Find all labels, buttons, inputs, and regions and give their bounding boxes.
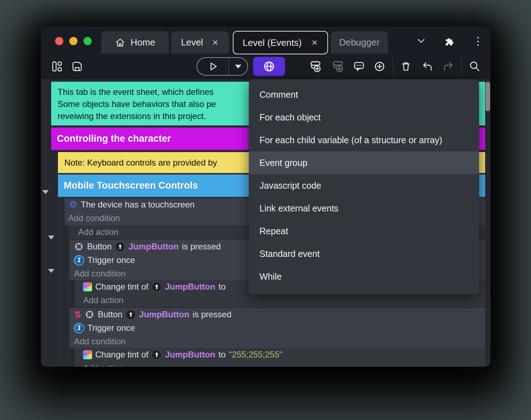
redo-button[interactable] [441,59,456,74]
button-control-icon [74,242,84,252]
redo-icon [442,60,455,72]
tab-label: Level (Events) [243,37,302,48]
tint-swatch-icon [83,350,92,359]
chevron-down-icon [415,35,427,47]
network-preview-button[interactable] [253,57,285,76]
add-event-context-menu: Comment For each object For each child v… [249,79,479,295]
trash-icon [400,60,412,72]
close-tab-icon[interactable]: × [211,38,219,48]
tabs-overflow-button[interactable] [413,33,429,49]
save-button[interactable] [69,59,85,74]
tab-home[interactable]: Home [101,31,169,54]
add-subevent-button[interactable] [330,59,345,74]
puzzle-icon [443,35,455,47]
tab-label: Home [130,37,155,48]
event-actions[interactable]: Change tint of JumpButton to "255;255;25… [75,348,485,367]
menu-item-while[interactable]: While [249,265,479,288]
action-text: Change tint of [95,350,148,360]
button-control-icon [85,309,95,319]
condition-text: is pressed [182,242,221,252]
inverted-condition-icon: ⇅ [74,310,81,319]
tab-label: Level [181,37,203,48]
object-name: JumpButton [139,309,189,319]
tint-swatch-icon [83,282,92,291]
preview-play-button[interactable] [197,58,229,75]
minimize-window-button[interactable] [69,37,77,45]
menu-item-for-each-child-variable[interactable]: For each child variable (of a structure … [249,129,479,151]
object-thumbnail [115,242,125,252]
action-text: to [219,350,226,360]
system-gear-icon: ⚙ [69,200,77,210]
tree-rail [45,101,46,362]
globe-icon [262,60,276,73]
tree-tick [64,339,69,339]
group-title: Mobile Touchscreen Controls [64,180,198,191]
collapse-arrow-icon[interactable] [48,236,54,239]
add-action-link[interactable]: Add action [75,294,485,307]
add-button[interactable] [372,59,387,74]
object-name: JumpButton [165,282,215,292]
extensions-button[interactable] [441,33,457,49]
save-icon [71,60,83,72]
search-button[interactable] [467,59,482,74]
toolbar [41,54,490,79]
condition-text: The device has a touchscreen [81,200,194,210]
collapse-arrow-icon[interactable] [48,269,54,273]
zoom-window-button[interactable] [84,37,92,45]
titlebar: Home Level × Level (Events) × Debugger ⋮ [41,27,490,54]
add-condition-link[interactable]: Add condition [70,335,485,348]
close-window-button[interactable] [55,37,63,45]
condition-text: is pressed [193,309,231,319]
undo-button[interactable] [419,59,435,74]
object-thumbnail [151,282,162,292]
app-window: Home Level × Level (Events) × Debugger ⋮ [41,27,490,367]
event-conditions[interactable]: ⇅ Button JumpButton is pressed 1 Trigger… [70,308,485,348]
add-comment-button[interactable] [351,59,367,74]
home-icon [115,37,125,48]
object-thumbnail [151,350,162,360]
menu-item-link-external-events[interactable]: Link external events [249,197,479,220]
tab-level-events[interactable]: Level (Events) × [233,31,328,54]
circle-plus-icon [373,60,386,73]
comment-bubble-icon [353,60,365,73]
add-action-link[interactable]: Add action [75,361,485,367]
tree-tick [64,274,69,274]
menu-item-event-group[interactable]: Event group [249,151,479,174]
delete-button[interactable] [398,59,414,74]
divider [393,56,393,76]
tab-label: Debugger [339,37,380,48]
panels-layout-icon [51,60,63,72]
preview-split-button [197,57,248,76]
condition-text: Button [87,242,112,252]
trigger-once-icon: 1 [74,255,84,265]
action-value: "255;255;255" [229,350,283,360]
menu-item-javascript-code[interactable]: Javascript code [249,174,479,197]
menu-item-comment[interactable]: Comment [249,83,479,106]
search-icon [468,60,481,73]
note-text: Note: Keyboard controls are provided by [64,158,217,168]
object-name: JumpButton [128,242,178,252]
window-menu-button[interactable]: ⋮ [470,33,486,49]
kebab-icon: ⋮ [473,35,483,47]
menu-item-standard-event[interactable]: Standard event [249,242,479,265]
menu-item-repeat[interactable]: Repeat [249,220,479,242]
condition-text: Button [98,309,122,319]
tab-debugger[interactable]: Debugger [331,31,388,54]
group-title: Controlling the character [57,133,171,144]
add-subevent-icon [331,60,344,73]
tab-level[interactable]: Level × [171,31,229,54]
play-icon [207,60,219,72]
menu-item-for-each-object[interactable]: For each object [249,106,479,129]
close-tab-icon[interactable]: × [311,38,318,48]
vertical-scrollbar-thumb[interactable] [486,82,490,111]
divider [229,58,229,75]
caret-down-icon [235,65,241,69]
add-event-icon [309,60,322,73]
project-manager-button[interactable] [49,59,65,74]
collapse-arrow-icon[interactable] [42,190,49,194]
divider [461,56,462,76]
preview-options-button[interactable] [229,58,247,75]
condition-text: Trigger once [87,323,135,333]
add-event-button[interactable] [307,59,323,74]
condition-text: Trigger once [87,255,135,265]
